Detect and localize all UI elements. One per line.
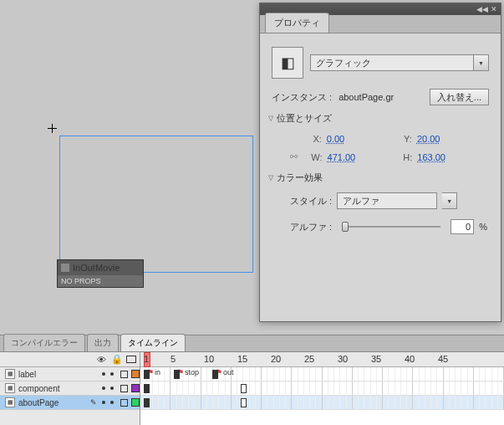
ruler-mark: 20 [271, 354, 281, 364]
x-value[interactable]: 0.00 [327, 134, 344, 144]
keyframe-empty[interactable] [241, 384, 247, 393]
y-label: Y: [397, 134, 412, 144]
link-wh-icon[interactable]: ⚯ [290, 151, 301, 163]
frame-ruler[interactable]: 151015202530354045 [140, 352, 504, 367]
layer-row-label[interactable]: ▦label [0, 367, 140, 381]
symbol-type-dropdown-button[interactable] [474, 54, 489, 71]
alpha-input[interactable] [451, 219, 474, 234]
lock-icon[interactable]: 🔒 [111, 354, 121, 365]
ruler-mark: 5 [171, 354, 176, 364]
swap-button[interactable]: 入れ替え... [430, 89, 489, 105]
tab-properties[interactable]: プロパティ [265, 13, 329, 33]
h-value[interactable]: 163.00 [417, 152, 445, 162]
lock-dot[interactable] [110, 372, 114, 376]
tab-output[interactable]: 出力 [87, 334, 119, 351]
style-label: スタイル : [290, 195, 332, 207]
layer-header: 👁 🔒 [0, 352, 140, 367]
page-icon: ▦ [5, 383, 15, 393]
symbol-type-icon[interactable]: ◧ [272, 47, 303, 79]
frame-label-stop: stop [177, 368, 199, 376]
w-value[interactable]: 471.00 [328, 152, 356, 162]
keyframe[interactable] [144, 398, 150, 407]
registration-cross-icon [48, 124, 57, 133]
frames-area[interactable]: 151015202530354045 in stop out [140, 352, 504, 425]
visibility-dot[interactable] [102, 372, 105, 376]
visibility-dot[interactable] [102, 401, 105, 404]
keyframe[interactable] [174, 370, 180, 379]
h-label: H: [397, 152, 412, 162]
outline-toggle[interactable] [120, 385, 128, 392]
style-dropdown-button[interactable] [442, 192, 457, 209]
ruler-mark: 40 [405, 354, 415, 364]
outline-toggle[interactable] [120, 371, 128, 378]
layer-name: aboutPage [18, 398, 87, 407]
panel-collapse-icon[interactable]: ◀◀ ✕ [476, 5, 497, 13]
bottom-tabs: コンパイルエラー 出力 タイムライン [0, 335, 504, 352]
movieclip-icon [61, 264, 69, 272]
tab-timeline[interactable]: タイムライン [120, 334, 186, 351]
keyframe[interactable] [212, 370, 218, 379]
section-position-size[interactable]: 位置とサイズ [267, 109, 494, 128]
ruler-mark: 15 [237, 354, 247, 364]
symbol-type-dropdown[interactable]: グラフィック [310, 54, 474, 71]
layer-row-component[interactable]: ▦component [0, 381, 140, 396]
instance-info-name: InOutMovie [73, 263, 120, 273]
eye-icon[interactable]: 👁 [96, 355, 106, 365]
ruler-mark: 45 [438, 354, 448, 364]
lock-dot[interactable] [110, 401, 114, 404]
layer-color-swatch[interactable] [131, 398, 140, 407]
layer-list: 👁 🔒 ▦label▦component▦aboutPage✎ [0, 352, 140, 425]
frame-row-label[interactable]: in stop out [140, 367, 504, 381]
x-label: X: [307, 134, 322, 144]
visibility-dot[interactable] [102, 387, 105, 390]
keyframe[interactable] [144, 370, 150, 379]
w-label: W: [308, 152, 323, 162]
alpha-slider-thumb[interactable] [342, 222, 349, 232]
lock-dot[interactable] [110, 387, 114, 390]
instance-info-panel[interactable]: InOutMovie NO PROPS [57, 259, 144, 288]
pencil-icon: ✎ [90, 398, 99, 407]
tab-compile-errors[interactable]: コンパイルエラー [3, 334, 85, 351]
bottom-panel: コンパイルエラー 出力 タイムライン 👁 🔒 ▦label▦component▦… [0, 335, 504, 425]
style-dropdown[interactable]: アルファ [337, 192, 437, 209]
alpha-slider[interactable] [342, 226, 440, 228]
layer-row-aboutPage[interactable]: ▦aboutPage✎ [0, 396, 140, 410]
ruler-mark: 25 [304, 354, 314, 364]
instance-info-title: InOutMovie [58, 260, 143, 275]
frame-label-out: out [216, 368, 234, 376]
alpha-unit: % [479, 222, 487, 232]
instance-name-value: aboutPage.gr [335, 90, 426, 104]
layer-name: label [18, 370, 99, 379]
ruler-mark: 35 [371, 354, 381, 364]
keyframe-empty[interactable] [241, 398, 247, 407]
ruler-mark: 30 [338, 354, 348, 364]
symbol-type-value: グラフィック [316, 57, 371, 69]
keyframe[interactable] [144, 384, 150, 393]
layer-color-swatch[interactable] [131, 370, 140, 378]
ruler-mark: 1 [144, 354, 149, 364]
alpha-label: アルファ : [290, 221, 332, 233]
y-value[interactable]: 20.00 [417, 134, 440, 144]
instance-label: インスタンス : [272, 91, 332, 104]
ruler-mark: 10 [204, 354, 214, 364]
frame-row-component[interactable] [140, 381, 504, 396]
layer-color-swatch[interactable] [131, 384, 140, 392]
layer-name: component [18, 384, 99, 393]
outline-toggle[interactable] [120, 399, 128, 407]
panel-tabs: プロパティ [260, 15, 501, 33]
frame-row-aboutpage[interactable] [140, 396, 504, 410]
section-color-effect[interactable]: カラー効果 [267, 168, 494, 187]
selection-box[interactable] [59, 136, 253, 273]
page-icon: ▦ [5, 369, 15, 379]
page-icon: ▦ [5, 397, 15, 407]
outline-icon[interactable] [126, 356, 136, 363]
instance-info-sub: NO PROPS [58, 275, 143, 287]
properties-panel: ◀◀ ✕ プロパティ ◧ グラフィック インスタンス : aboutPage.g… [259, 3, 501, 322]
